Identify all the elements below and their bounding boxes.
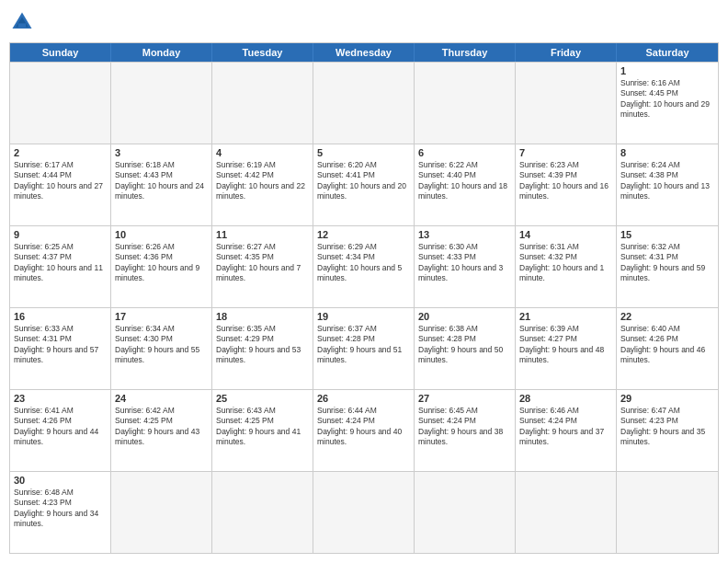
day-info: Sunrise: 6:39 AM Sunset: 4:27 PM Dayligh… xyxy=(519,324,612,366)
calendar-cell: 17Sunrise: 6:34 AM Sunset: 4:30 PM Dayli… xyxy=(111,308,212,389)
day-info: Sunrise: 6:18 AM Sunset: 4:43 PM Dayligh… xyxy=(115,160,208,202)
calendar-cell: 19Sunrise: 6:37 AM Sunset: 4:28 PM Dayli… xyxy=(313,308,415,389)
header xyxy=(9,9,719,35)
day-info: Sunrise: 6:30 AM Sunset: 4:33 PM Dayligh… xyxy=(418,242,511,284)
calendar-cell xyxy=(617,472,718,553)
calendar-cell: 18Sunrise: 6:35 AM Sunset: 4:29 PM Dayli… xyxy=(212,308,313,389)
day-info: Sunrise: 6:22 AM Sunset: 4:40 PM Dayligh… xyxy=(418,160,511,202)
calendar-cell: 5Sunrise: 6:20 AM Sunset: 4:41 PM Daylig… xyxy=(313,144,415,225)
calendar-cell: 10Sunrise: 6:26 AM Sunset: 4:36 PM Dayli… xyxy=(111,226,212,307)
day-info: Sunrise: 6:32 AM Sunset: 4:31 PM Dayligh… xyxy=(620,242,714,284)
calendar-cell xyxy=(111,472,212,553)
day-info: Sunrise: 6:19 AM Sunset: 4:42 PM Dayligh… xyxy=(216,160,309,202)
calendar-cell: 29Sunrise: 6:47 AM Sunset: 4:23 PM Dayli… xyxy=(617,390,718,471)
calendar-cell: 4Sunrise: 6:19 AM Sunset: 4:42 PM Daylig… xyxy=(212,144,313,225)
day-number: 8 xyxy=(620,147,714,158)
calendar-cell: 30Sunrise: 6:48 AM Sunset: 4:23 PM Dayli… xyxy=(10,472,111,553)
calendar-cell: 11Sunrise: 6:27 AM Sunset: 4:35 PM Dayli… xyxy=(212,226,313,307)
calendar-cell: 20Sunrise: 6:38 AM Sunset: 4:28 PM Dayli… xyxy=(415,308,516,389)
day-number: 10 xyxy=(115,229,208,240)
day-info: Sunrise: 6:41 AM Sunset: 4:26 PM Dayligh… xyxy=(14,406,107,448)
day-info: Sunrise: 6:47 AM Sunset: 4:23 PM Dayligh… xyxy=(620,406,714,448)
day-number: 27 xyxy=(418,393,511,404)
day-number: 19 xyxy=(317,311,410,322)
day-info: Sunrise: 6:35 AM Sunset: 4:29 PM Dayligh… xyxy=(216,324,309,366)
calendar-cell: 15Sunrise: 6:32 AM Sunset: 4:31 PM Dayli… xyxy=(617,226,718,307)
day-number: 14 xyxy=(519,229,612,240)
day-number: 28 xyxy=(519,393,612,404)
day-number: 30 xyxy=(14,475,107,486)
calendar-cell xyxy=(313,472,415,553)
day-info: Sunrise: 6:25 AM Sunset: 4:37 PM Dayligh… xyxy=(14,242,107,284)
logo xyxy=(9,9,39,35)
page: SundayMondayTuesdayWednesdayThursdayFrid… xyxy=(0,0,728,563)
day-info: Sunrise: 6:27 AM Sunset: 4:35 PM Dayligh… xyxy=(216,242,309,284)
calendar-week-row: 16Sunrise: 6:33 AM Sunset: 4:31 PM Dayli… xyxy=(10,307,718,389)
day-info: Sunrise: 6:37 AM Sunset: 4:28 PM Dayligh… xyxy=(317,324,410,366)
calendar-cell: 13Sunrise: 6:30 AM Sunset: 4:33 PM Dayli… xyxy=(415,226,516,307)
day-info: Sunrise: 6:38 AM Sunset: 4:28 PM Dayligh… xyxy=(418,324,511,366)
day-number: 20 xyxy=(418,311,511,322)
day-number: 29 xyxy=(620,393,714,404)
day-number: 18 xyxy=(216,311,309,322)
calendar-cell xyxy=(212,63,313,144)
calendar-header-cell: Sunday xyxy=(10,43,111,62)
day-info: Sunrise: 6:48 AM Sunset: 4:23 PM Dayligh… xyxy=(14,488,107,530)
day-info: Sunrise: 6:42 AM Sunset: 4:25 PM Dayligh… xyxy=(115,406,208,448)
calendar-cell: 16Sunrise: 6:33 AM Sunset: 4:31 PM Dayli… xyxy=(10,308,111,389)
calendar-cell xyxy=(10,63,111,144)
day-number: 22 xyxy=(620,311,714,322)
day-number: 13 xyxy=(418,229,511,240)
day-number: 3 xyxy=(115,147,208,158)
calendar-header-cell: Thursday xyxy=(415,43,516,62)
day-info: Sunrise: 6:20 AM Sunset: 4:41 PM Dayligh… xyxy=(317,160,410,202)
day-info: Sunrise: 6:23 AM Sunset: 4:39 PM Dayligh… xyxy=(519,160,612,202)
calendar-week-row: 23Sunrise: 6:41 AM Sunset: 4:26 PM Dayli… xyxy=(10,389,718,471)
day-number: 1 xyxy=(620,65,714,76)
calendar-cell xyxy=(212,472,313,553)
day-info: Sunrise: 6:43 AM Sunset: 4:25 PM Dayligh… xyxy=(216,406,309,448)
logo-icon xyxy=(9,9,35,35)
calendar-header-cell: Saturday xyxy=(617,43,718,62)
day-info: Sunrise: 6:33 AM Sunset: 4:31 PM Dayligh… xyxy=(14,324,107,366)
day-info: Sunrise: 6:40 AM Sunset: 4:26 PM Dayligh… xyxy=(620,324,714,366)
day-number: 6 xyxy=(418,147,511,158)
calendar-cell: 7Sunrise: 6:23 AM Sunset: 4:39 PM Daylig… xyxy=(516,144,617,225)
day-number: 5 xyxy=(317,147,410,158)
calendar-header-cell: Wednesday xyxy=(313,43,415,62)
calendar-cell: 27Sunrise: 6:45 AM Sunset: 4:24 PM Dayli… xyxy=(415,390,516,471)
day-number: 25 xyxy=(216,393,309,404)
calendar-header-cell: Monday xyxy=(111,43,212,62)
day-number: 7 xyxy=(519,147,612,158)
day-info: Sunrise: 6:24 AM Sunset: 4:38 PM Dayligh… xyxy=(620,160,714,202)
svg-rect-2 xyxy=(18,23,26,29)
calendar-cell: 22Sunrise: 6:40 AM Sunset: 4:26 PM Dayli… xyxy=(617,308,718,389)
calendar-week-row: 2Sunrise: 6:17 AM Sunset: 4:44 PM Daylig… xyxy=(10,144,718,225)
calendar-cell: 26Sunrise: 6:44 AM Sunset: 4:24 PM Dayli… xyxy=(313,390,415,471)
day-info: Sunrise: 6:29 AM Sunset: 4:34 PM Dayligh… xyxy=(317,242,410,284)
calendar-cell: 3Sunrise: 6:18 AM Sunset: 4:43 PM Daylig… xyxy=(111,144,212,225)
calendar-cell: 9Sunrise: 6:25 AM Sunset: 4:37 PM Daylig… xyxy=(10,226,111,307)
day-number: 16 xyxy=(14,311,107,322)
calendar-header-cell: Friday xyxy=(516,43,617,62)
calendar-cell: 28Sunrise: 6:46 AM Sunset: 4:24 PM Dayli… xyxy=(516,390,617,471)
calendar-week-row: 30Sunrise: 6:48 AM Sunset: 4:23 PM Dayli… xyxy=(10,471,718,553)
calendar-cell: 8Sunrise: 6:24 AM Sunset: 4:38 PM Daylig… xyxy=(617,144,718,225)
calendar-cell: 24Sunrise: 6:42 AM Sunset: 4:25 PM Dayli… xyxy=(111,390,212,471)
day-info: Sunrise: 6:16 AM Sunset: 4:45 PM Dayligh… xyxy=(620,78,714,121)
calendar-cell xyxy=(415,472,516,553)
day-info: Sunrise: 6:31 AM Sunset: 4:32 PM Dayligh… xyxy=(519,242,612,284)
day-number: 17 xyxy=(115,311,208,322)
calendar-cell: 25Sunrise: 6:43 AM Sunset: 4:25 PM Dayli… xyxy=(212,390,313,471)
day-info: Sunrise: 6:44 AM Sunset: 4:24 PM Dayligh… xyxy=(317,406,410,448)
day-number: 21 xyxy=(519,311,612,322)
calendar-header: SundayMondayTuesdayWednesdayThursdayFrid… xyxy=(10,43,718,62)
day-number: 23 xyxy=(14,393,107,404)
calendar-cell xyxy=(415,63,516,144)
calendar-cell xyxy=(111,63,212,144)
calendar-cell: 21Sunrise: 6:39 AM Sunset: 4:27 PM Dayli… xyxy=(516,308,617,389)
day-number: 2 xyxy=(14,147,107,158)
day-number: 11 xyxy=(216,229,309,240)
calendar-week-row: 1Sunrise: 6:16 AM Sunset: 4:45 PM Daylig… xyxy=(10,62,718,144)
calendar-cell xyxy=(313,63,415,144)
